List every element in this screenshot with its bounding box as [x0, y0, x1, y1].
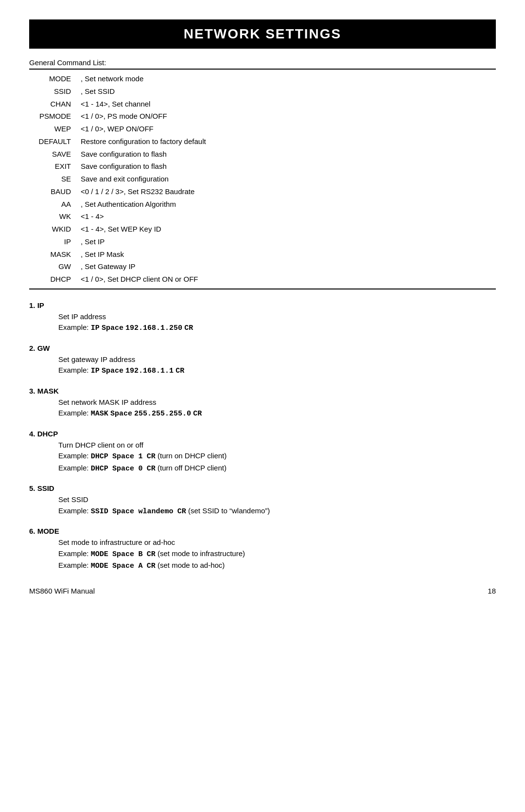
section-title: 3. MASK — [29, 387, 496, 395]
example-line: Example: MODE Space A CR (set mode to ad… — [58, 560, 496, 572]
description-cell: Save configuration to flash — [78, 148, 496, 161]
command-cell: BAUD — [29, 185, 78, 198]
description-cell: , Set network mode — [78, 72, 496, 85]
command-cell: SE — [29, 173, 78, 185]
table-row: MASK, Set IP Mask — [29, 248, 496, 261]
description-cell: <1 / 0>, PS mode ON/OFF — [78, 110, 496, 123]
section-title: 1. IP — [29, 301, 496, 309]
section-title: 5. SSID — [29, 484, 496, 492]
example-line: Example: MODE Space B CR (set mode to in… — [58, 548, 496, 560]
example-line: Example: SSID Space wlandemo CR (set SSI… — [58, 505, 496, 518]
section-title: 2. GW — [29, 344, 496, 352]
command-cell: EXIT — [29, 160, 78, 173]
command-cell: IP — [29, 235, 78, 248]
section-description: Set mode to infrastructure or ad-hoc — [58, 537, 496, 548]
section-3: 3. MASKSet network MASK IP addressExampl… — [29, 387, 496, 420]
table-row: DHCP<1 / 0>, Set DHCP client ON or OFF — [29, 273, 496, 286]
command-cell: DHCP — [29, 273, 78, 286]
description-cell: , Set Gateway IP — [78, 260, 496, 273]
description-cell: , Set Authentication Algorithm — [78, 198, 496, 211]
example-line: Example: DHCP Space 0 CR (turn off DHCP … — [58, 463, 496, 475]
section-description: Turn DHCP client on or off — [58, 440, 496, 451]
table-row: EXITSave configuration to flash — [29, 160, 496, 173]
table-row: AA, Set Authentication Algorithm — [29, 198, 496, 211]
table-row: CHAN<1 - 14>, Set channel — [29, 98, 496, 110]
table-row: SAVESave configuration to flash — [29, 148, 496, 161]
table-row: SSID, Set SSID — [29, 85, 496, 98]
footer-right: 18 — [488, 587, 496, 595]
description-cell: Save configuration to flash — [78, 160, 496, 173]
description-cell: , Set IP Mask — [78, 248, 496, 261]
table-row: MODE, Set network mode — [29, 72, 496, 85]
section-indent: Set network MASK IP addressExample: MASK… — [29, 397, 496, 420]
section-indent: Set mode to infrastructure or ad-hocExam… — [29, 537, 496, 572]
command-table: MODE, Set network modeSSID, Set SSIDCHAN… — [29, 72, 496, 286]
section-indent: Set gateway IP addressExample: IP Space … — [29, 354, 496, 377]
section-description: Set SSID — [58, 494, 496, 505]
section-title: 4. DHCP — [29, 430, 496, 438]
description-cell: , Set SSID — [78, 85, 496, 98]
section-description: Set gateway IP address — [58, 354, 496, 365]
example-line: Example: IP Space 192.168.1.250 CR — [58, 322, 496, 334]
table-row: SESave and exit configuration — [29, 173, 496, 185]
command-cell: SSID — [29, 85, 78, 98]
table-row: IP, Set IP — [29, 235, 496, 248]
section-1: 1. IPSet IP addressExample: IP Space 192… — [29, 301, 496, 334]
command-cell: SAVE — [29, 148, 78, 161]
page-header: NETWORK SETTINGS — [29, 19, 496, 49]
table-row: PSMODE<1 / 0>, PS mode ON/OFF — [29, 110, 496, 123]
section-6: 6. MODESet mode to infrastructure or ad-… — [29, 527, 496, 572]
section-4: 4. DHCPTurn DHCP client on or offExample… — [29, 430, 496, 475]
description-cell: Restore configuration to factory default — [78, 135, 496, 148]
description-cell: Save and exit configuration — [78, 173, 496, 185]
command-cell: MODE — [29, 72, 78, 85]
table-row: WK<1 - 4> — [29, 210, 496, 223]
command-cell: GW — [29, 260, 78, 273]
command-table-wrapper: MODE, Set network modeSSID, Set SSIDCHAN… — [29, 69, 496, 289]
section-indent: Set IP addressExample: IP Space 192.168.… — [29, 311, 496, 334]
section-indent: Set SSIDExample: SSID Space wlandemo CR … — [29, 494, 496, 517]
command-cell: WKID — [29, 223, 78, 235]
section-2: 2. GWSet gateway IP addressExample: IP S… — [29, 344, 496, 377]
table-row: WKID<1 - 4>, Set WEP Key ID — [29, 223, 496, 235]
command-cell: MASK — [29, 248, 78, 261]
description-cell: <0 / 1 / 2 / 3>, Set RS232 Baudrate — [78, 185, 496, 198]
section-description: Set IP address — [58, 311, 496, 323]
section-description: Set network MASK IP address — [58, 397, 496, 408]
example-line: Example: IP Space 192.168.1.1 CR — [58, 365, 496, 377]
description-cell: <1 - 4> — [78, 210, 496, 223]
command-cell: CHAN — [29, 98, 78, 110]
page-footer: MS860 WiFi Manual 18 — [29, 587, 496, 595]
table-row: BAUD<0 / 1 / 2 / 3>, Set RS232 Baudrate — [29, 185, 496, 198]
description-cell: <1 - 14>, Set channel — [78, 98, 496, 110]
command-cell: WEP — [29, 123, 78, 135]
example-line: Example: MASK Space 255.255.255.0 CR — [58, 408, 496, 420]
command-cell: DEFAULT — [29, 135, 78, 148]
example-line: Example: DHCP Space 1 CR (turn on DHCP c… — [58, 451, 496, 463]
table-row: WEP<1 / 0>, WEP ON/OFF — [29, 123, 496, 135]
section-indent: Turn DHCP client on or offExample: DHCP … — [29, 440, 496, 475]
sections-container: 1. IPSet IP addressExample: IP Space 192… — [29, 301, 496, 572]
table-row: GW, Set Gateway IP — [29, 260, 496, 273]
description-cell: <1 / 0>, Set DHCP client ON or OFF — [78, 273, 496, 286]
footer-left: MS860 WiFi Manual — [29, 587, 95, 595]
general-command-label: General Command List: — [29, 58, 496, 67]
section-title: 6. MODE — [29, 527, 496, 535]
description-cell: <1 / 0>, WEP ON/OFF — [78, 123, 496, 135]
command-cell: AA — [29, 198, 78, 211]
table-row: DEFAULTRestore configuration to factory … — [29, 135, 496, 148]
command-cell: WK — [29, 210, 78, 223]
section-5: 5. SSIDSet SSIDExample: SSID Space wland… — [29, 484, 496, 517]
command-cell: PSMODE — [29, 110, 78, 123]
description-cell: <1 - 4>, Set WEP Key ID — [78, 223, 496, 235]
description-cell: , Set IP — [78, 235, 496, 248]
